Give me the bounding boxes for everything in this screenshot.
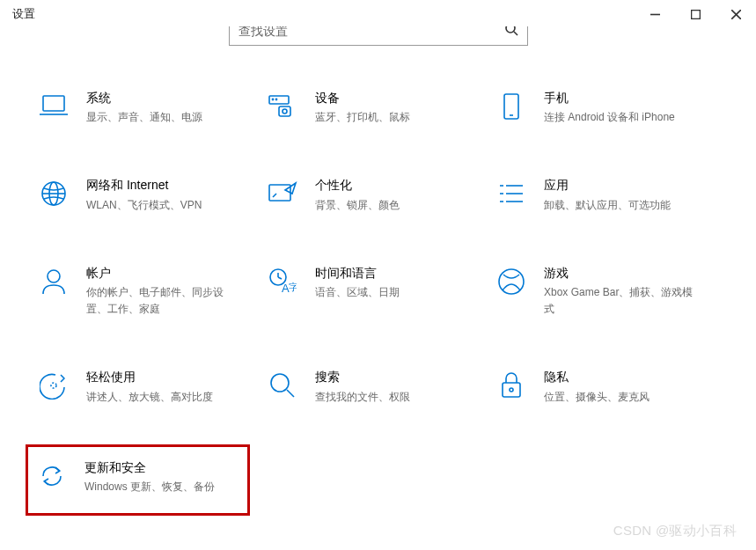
titlebar: 设置 bbox=[0, 0, 756, 28]
devices-icon bbox=[268, 92, 297, 121]
tile-title: 系统 bbox=[86, 90, 202, 106]
svg-rect-9 bbox=[279, 106, 290, 116]
tile-title: 设备 bbox=[315, 90, 410, 106]
tile-search[interactable]: 搜索查找我的文件、权限 bbox=[268, 369, 496, 405]
tile-title: 隐私 bbox=[544, 369, 650, 385]
tile-title: 个性化 bbox=[315, 177, 400, 193]
tile-title: 时间和语言 bbox=[315, 265, 400, 281]
svg-point-33 bbox=[51, 383, 56, 388]
tile-phone[interactable]: 手机连接 Android 设备和 iPhone bbox=[496, 90, 725, 126]
sync-icon bbox=[37, 461, 67, 491]
apps-icon bbox=[496, 179, 526, 209]
tile-desc: 你的帐户、电子邮件、同步设置、工作、家庭 bbox=[86, 284, 236, 318]
svg-line-29 bbox=[278, 277, 282, 279]
window-controls bbox=[635, 0, 756, 28]
search-input[interactable]: 查找设置 bbox=[229, 26, 528, 46]
tile-desc: 讲述人、放大镜、高对比度 bbox=[86, 389, 213, 406]
search-container: 查找设置 bbox=[0, 26, 756, 46]
search-icon bbox=[505, 26, 518, 40]
tile-title: 更新和安全 bbox=[84, 459, 215, 475]
tile-network[interactable]: 网络和 InternetWLAN、飞行模式、VPN bbox=[39, 177, 268, 213]
globe-icon bbox=[39, 179, 69, 209]
svg-point-34 bbox=[271, 374, 289, 392]
tile-apps[interactable]: 应用卸载、默认应用、可选功能 bbox=[496, 177, 725, 213]
search-placeholder: 查找设置 bbox=[239, 26, 505, 40]
tile-desc: Xbox Game Bar、捕获、游戏模式 bbox=[544, 284, 694, 318]
magnifier-icon bbox=[268, 370, 297, 400]
tile-title: 搜索 bbox=[315, 369, 410, 385]
tile-gaming[interactable]: 游戏Xbox Game Bar、捕获、游戏模式 bbox=[496, 265, 725, 319]
tile-personalization[interactable]: 个性化背景、锁屏、颜色 bbox=[268, 177, 496, 213]
svg-rect-18 bbox=[269, 185, 290, 201]
svg-line-35 bbox=[287, 390, 294, 397]
tile-ease-of-access[interactable]: 轻松使用讲述人、放大镜、高对比度 bbox=[39, 369, 268, 405]
svg-line-19 bbox=[273, 194, 276, 197]
svg-rect-36 bbox=[503, 383, 520, 397]
tile-privacy[interactable]: 隐私位置、摄像头、麦克风 bbox=[496, 369, 725, 405]
tile-accounts[interactable]: 帐户你的帐户、电子邮件、同步设置、工作、家庭 bbox=[39, 265, 268, 319]
tile-desc: 显示、声音、通知、电源 bbox=[86, 109, 202, 126]
phone-icon bbox=[496, 92, 526, 121]
time-language-icon: A字 bbox=[268, 267, 297, 297]
svg-point-37 bbox=[510, 388, 513, 392]
tile-desc: 位置、摄像头、麦克风 bbox=[544, 389, 650, 406]
tile-desc: 查找我的文件、权限 bbox=[315, 389, 410, 406]
tile-system[interactable]: 系统显示、声音、通知、电源 bbox=[39, 90, 268, 126]
tile-devices[interactable]: 设备蓝牙、打印机、鼠标 bbox=[268, 90, 496, 126]
svg-point-4 bbox=[506, 26, 515, 33]
tile-title: 网络和 Internet bbox=[86, 177, 202, 193]
tile-title: 应用 bbox=[544, 177, 671, 193]
personalize-icon bbox=[268, 179, 297, 209]
watermark: CSDN @驱动小百科 bbox=[613, 523, 737, 539]
tile-desc: WLAN、飞行模式、VPN bbox=[86, 197, 202, 214]
svg-text:字: 字 bbox=[289, 282, 297, 292]
window-title: 设置 bbox=[12, 6, 35, 22]
xbox-icon bbox=[496, 267, 526, 297]
person-icon bbox=[39, 267, 69, 297]
tile-desc: 卸载、默认应用、可选功能 bbox=[544, 197, 671, 214]
svg-line-5 bbox=[514, 32, 517, 35]
svg-point-11 bbox=[272, 99, 273, 99]
settings-grid: 系统显示、声音、通知、电源 设备蓝牙、打印机、鼠标 手机连接 Android 设… bbox=[0, 90, 756, 516]
tile-title: 轻松使用 bbox=[86, 369, 213, 385]
tile-update-security[interactable]: 更新和安全Windows 更新、恢复、备份 bbox=[26, 444, 250, 516]
laptop-icon bbox=[39, 92, 69, 121]
tile-title: 游戏 bbox=[544, 265, 694, 281]
maximize-button[interactable] bbox=[675, 0, 716, 28]
tile-desc: 连接 Android 设备和 iPhone bbox=[544, 109, 675, 126]
svg-point-10 bbox=[283, 109, 287, 114]
tile-desc: Windows 更新、恢复、备份 bbox=[84, 479, 215, 495]
tile-desc: 蓝牙、打印机、鼠标 bbox=[315, 109, 410, 126]
tile-desc: 语音、区域、日期 bbox=[315, 284, 400, 301]
tile-title: 帐户 bbox=[86, 265, 236, 281]
svg-rect-6 bbox=[43, 96, 64, 111]
svg-rect-1 bbox=[691, 10, 700, 18]
close-button[interactable] bbox=[716, 0, 756, 28]
lock-icon bbox=[496, 370, 526, 400]
minimize-button[interactable] bbox=[635, 0, 675, 28]
svg-point-26 bbox=[48, 270, 60, 282]
svg-point-12 bbox=[275, 99, 276, 99]
tile-desc: 背景、锁屏、颜色 bbox=[315, 197, 400, 214]
tile-title: 手机 bbox=[544, 90, 675, 106]
ease-icon bbox=[39, 370, 69, 400]
tile-time-language[interactable]: A字 时间和语言语音、区域、日期 bbox=[268, 265, 496, 319]
